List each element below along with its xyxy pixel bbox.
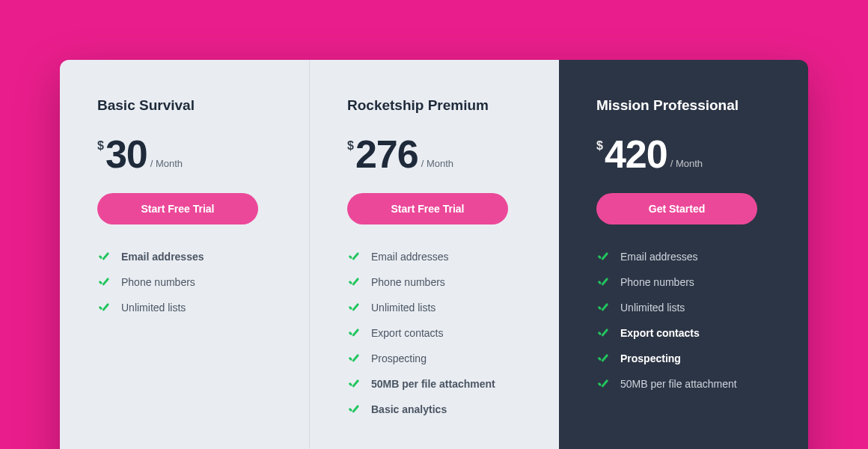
- check-icon: [347, 403, 361, 416]
- feature-item: Unlimited lists: [596, 301, 771, 314]
- feature-text: Prospecting: [371, 352, 427, 364]
- check-icon: [97, 250, 111, 263]
- feature-text: Email addresses: [121, 251, 204, 263]
- feature-text: Basic analytics: [371, 403, 447, 415]
- check-icon: [596, 326, 610, 340]
- check-icon: [97, 301, 111, 314]
- plan-name: Basic Survival: [97, 97, 272, 114]
- currency-symbol: $: [596, 139, 603, 153]
- check-icon: [596, 301, 610, 314]
- feature-list: Email addresses Phone numbers Unlimited …: [97, 250, 272, 314]
- feature-item: Phone numbers: [97, 275, 272, 289]
- plan-rocketship-premium: Rocketship Premium $ 276 / Month Start F…: [309, 60, 559, 449]
- check-icon: [596, 250, 610, 263]
- check-icon: [596, 352, 610, 365]
- feature-item: Email addresses: [596, 250, 771, 263]
- feature-item: 50MB per file attachment: [347, 377, 522, 391]
- feature-text: Phone numbers: [620, 276, 694, 288]
- feature-text: Unlimited lists: [371, 302, 435, 314]
- plan-mission-professional: Mission Professional $ 420 / Month Get S…: [559, 60, 808, 449]
- feature-text: 50MB per file attachment: [371, 378, 495, 390]
- feature-text: Phone numbers: [121, 276, 195, 288]
- currency-symbol: $: [97, 139, 104, 153]
- check-icon: [347, 275, 361, 289]
- check-icon: [347, 377, 361, 391]
- check-icon: [347, 326, 361, 340]
- price-period: / Month: [421, 158, 453, 169]
- feature-text: Export contacts: [371, 327, 444, 339]
- feature-text: Unlimited lists: [121, 302, 186, 314]
- price-line: $ 276 / Month: [347, 135, 522, 174]
- feature-list: Email addresses Phone numbers Unlimited …: [596, 250, 771, 391]
- plan-name: Rocketship Premium: [347, 97, 522, 114]
- feature-item: Prospecting: [347, 352, 522, 365]
- feature-text: Export contacts: [620, 327, 700, 339]
- feature-item: 50MB per file attachment: [596, 377, 771, 391]
- feature-text: Phone numbers: [371, 276, 445, 288]
- check-icon: [347, 352, 361, 365]
- feature-text: Unlimited lists: [620, 302, 685, 314]
- check-icon: [347, 301, 361, 314]
- feature-item: Unlimited lists: [97, 301, 272, 314]
- price-line: $ 420 / Month: [596, 135, 771, 174]
- feature-text: Prospecting: [620, 352, 681, 364]
- price-amount: 30: [106, 135, 147, 174]
- feature-item: Export contacts: [596, 326, 771, 340]
- price-period: / Month: [150, 158, 183, 169]
- check-icon: [97, 275, 111, 289]
- feature-item: Unlimited lists: [347, 301, 522, 314]
- price-period: / Month: [670, 158, 703, 169]
- check-icon: [596, 377, 610, 391]
- price-amount: 420: [605, 135, 667, 174]
- currency-symbol: $: [347, 139, 354, 153]
- get-started-button[interactable]: Get Started: [596, 193, 757, 224]
- price-line: $ 30 / Month: [97, 135, 272, 174]
- plan-basic-survival: Basic Survival $ 30 / Month Start Free T…: [60, 60, 309, 449]
- feature-text: 50MB per file attachment: [620, 378, 737, 390]
- feature-text: Email addresses: [371, 251, 449, 263]
- feature-item: Email addresses: [347, 250, 522, 263]
- feature-list: Email addresses Phone numbers Unlimited …: [347, 250, 522, 416]
- feature-item: Export contacts: [347, 326, 522, 340]
- check-icon: [347, 250, 361, 263]
- start-free-trial-button[interactable]: Start Free Trial: [97, 193, 258, 224]
- feature-item: Phone numbers: [596, 275, 771, 289]
- feature-item: Email addresses: [97, 250, 272, 263]
- check-icon: [596, 275, 610, 289]
- feature-item: Phone numbers: [347, 275, 522, 289]
- start-free-trial-button[interactable]: Start Free Trial: [347, 193, 508, 224]
- feature-item: Basic analytics: [347, 403, 522, 416]
- price-amount: 276: [355, 135, 418, 174]
- pricing-row: Basic Survival $ 30 / Month Start Free T…: [60, 60, 808, 449]
- plan-name: Mission Professional: [596, 97, 771, 114]
- feature-item: Prospecting: [596, 352, 771, 365]
- feature-text: Email addresses: [620, 251, 698, 263]
